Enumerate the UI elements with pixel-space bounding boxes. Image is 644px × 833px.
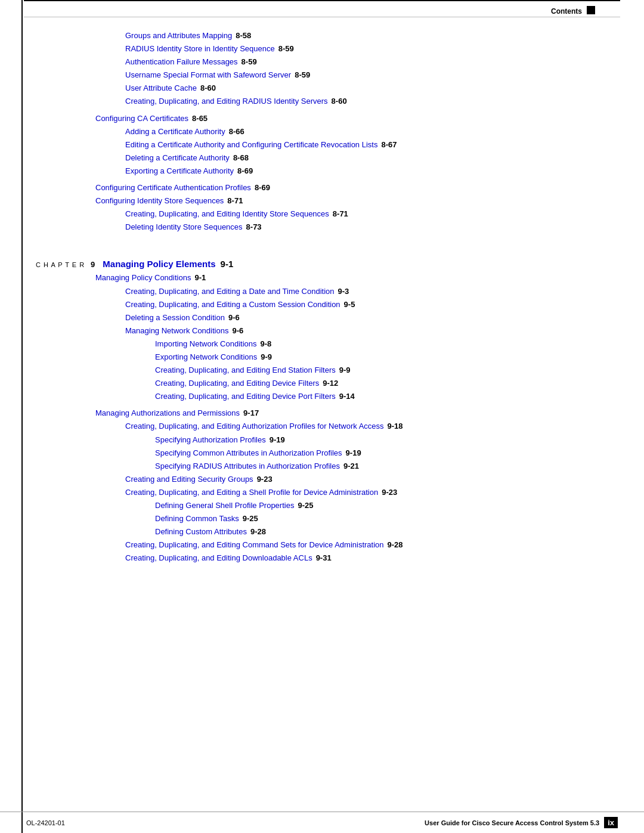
page-number: 8-67 bbox=[381, 138, 397, 151]
page-number: 9-1 bbox=[194, 271, 206, 284]
list-item: Authentication Failure Messages 8-59 bbox=[36, 55, 608, 69]
page-number: 8-65 bbox=[192, 112, 208, 125]
page-number: 9-14 bbox=[339, 390, 355, 403]
toc-link[interactable]: Creating, Duplicating, and Editing a She… bbox=[125, 486, 378, 499]
list-item: Creating, Duplicating, and Editing Downl… bbox=[36, 552, 608, 565]
page-number: 9-21 bbox=[343, 460, 359, 473]
toc-link[interactable]: Specifying Authorization Profiles bbox=[155, 433, 266, 447]
toc-link[interactable]: Defining Common Tasks bbox=[155, 512, 239, 525]
toc-link[interactable]: Creating, Duplicating, and Editing Comma… bbox=[125, 538, 384, 552]
toc-link[interactable]: Username Special Format with Safeword Se… bbox=[125, 69, 291, 82]
toc-link[interactable]: Managing Policy Conditions bbox=[95, 271, 191, 284]
list-item: Creating, Duplicating, and Editing a Dat… bbox=[36, 285, 608, 298]
list-item: Adding a Certificate Authority 8-66 bbox=[36, 125, 608, 138]
page-number: 9-25 bbox=[298, 499, 313, 512]
page-number: 9-9 bbox=[339, 364, 351, 377]
page-number: 9-6 bbox=[232, 324, 243, 337]
list-item: Configuring Identity Store Sequences 8-7… bbox=[36, 194, 608, 208]
list-item: Defining General Shell Profile Propertie… bbox=[36, 499, 608, 512]
toc-link[interactable]: Creating, Duplicating, and Editing Autho… bbox=[125, 420, 384, 433]
toc-content: Groups and Attributes Mapping 8-58 RADIU… bbox=[0, 17, 644, 600]
chapter-label: C H A P T E R bbox=[36, 261, 85, 268]
header-contents-label: Contents bbox=[551, 7, 582, 16]
list-item: Username Special Format with Safeword Se… bbox=[36, 69, 608, 82]
chapter-title-link[interactable]: Managing Policy Elements bbox=[103, 259, 215, 269]
list-item: Configuring CA Certificates 8-65 bbox=[36, 112, 608, 125]
page-number: 9-12 bbox=[323, 377, 338, 390]
page-number: 9-28 bbox=[250, 525, 266, 538]
toc-link[interactable]: Adding a Certificate Authority bbox=[125, 125, 225, 138]
toc-link[interactable]: Authentication Failure Messages bbox=[125, 55, 238, 69]
toc-link[interactable]: Defining Custom Attributes bbox=[155, 525, 247, 538]
toc-link[interactable]: RADIUS Identity Store in Identity Sequen… bbox=[125, 42, 275, 55]
page-number: 8-59 bbox=[278, 42, 294, 55]
toc-section-entries: Groups and Attributes Mapping 8-58 RADIU… bbox=[36, 29, 608, 234]
header-right-block bbox=[587, 6, 595, 14]
page-number: 8-68 bbox=[233, 151, 249, 165]
list-item: Configuring Certificate Authentication P… bbox=[36, 181, 608, 194]
header-top-rule bbox=[24, 0, 620, 1]
list-item: Deleting Identity Store Sequences 8-73 bbox=[36, 221, 608, 234]
page-header: Contents bbox=[24, 4, 620, 17]
list-item: Creating, Duplicating, and Editing Devic… bbox=[36, 390, 608, 403]
toc-link[interactable]: Configuring Certificate Authentication P… bbox=[95, 181, 251, 194]
toc-link[interactable]: Exporting Network Conditions bbox=[155, 351, 257, 364]
toc-link[interactable]: Groups and Attributes Mapping bbox=[125, 29, 232, 42]
toc-link[interactable]: Creating, Duplicating, and Editing Ident… bbox=[125, 208, 329, 221]
toc-link[interactable]: Managing Authorizations and Permissions bbox=[95, 407, 240, 420]
list-item: Managing Policy Conditions 9-1 bbox=[36, 271, 608, 284]
footer-page-number: ix bbox=[604, 817, 618, 828]
list-item: User Attribute Cache 8-60 bbox=[36, 82, 608, 95]
page-number: 9-9 bbox=[261, 351, 272, 364]
page-number: 8-73 bbox=[246, 221, 262, 234]
page-number: 9-19 bbox=[346, 447, 361, 460]
page-number: 8-58 bbox=[236, 29, 251, 42]
page-number: 8-71 bbox=[333, 208, 348, 221]
list-item: Specifying RADIUS Attributes in Authoriz… bbox=[36, 460, 608, 473]
page-number: 9-6 bbox=[228, 311, 240, 324]
page-number: 8-69 bbox=[237, 165, 253, 178]
toc-link[interactable]: Exporting a Certificate Authority bbox=[125, 165, 234, 178]
toc-link[interactable]: Creating, Duplicating, and Editing Devic… bbox=[155, 377, 319, 390]
list-item: Managing Authorizations and Permissions … bbox=[36, 407, 608, 420]
page-number: 9-19 bbox=[270, 433, 285, 447]
toc-link[interactable]: Specifying RADIUS Attributes in Authoriz… bbox=[155, 460, 340, 473]
list-item: Specifying Common Attributes in Authoriz… bbox=[36, 447, 608, 460]
list-item: Importing Network Conditions 9-8 bbox=[36, 337, 608, 351]
toc-link[interactable]: Creating, Duplicating, and Editing a Dat… bbox=[125, 285, 335, 298]
toc-link[interactable]: Importing Network Conditions bbox=[155, 337, 257, 351]
page-container: Contents Groups and Attributes Mapping 8… bbox=[0, 0, 644, 833]
list-item: Groups and Attributes Mapping 8-58 bbox=[36, 29, 608, 42]
list-item: Exporting Network Conditions 9-9 bbox=[36, 351, 608, 364]
list-item: Creating, Duplicating, and Editing Devic… bbox=[36, 377, 608, 390]
toc-link[interactable]: Deleting a Session Condition bbox=[125, 311, 225, 324]
list-item: Creating and Editing Security Groups 9-2… bbox=[36, 473, 608, 486]
toc-link[interactable]: Configuring Identity Store Sequences bbox=[95, 194, 224, 208]
toc-link[interactable]: Creating, Duplicating, and Editing Devic… bbox=[155, 390, 336, 403]
section-spacer bbox=[36, 234, 608, 244]
list-item: Creating, Duplicating, and Editing a She… bbox=[36, 486, 608, 499]
toc-link[interactable]: Creating, Duplicating, and Editing RADIU… bbox=[125, 95, 328, 108]
toc-link[interactable]: User Attribute Cache bbox=[125, 82, 197, 95]
page-number: 9-18 bbox=[388, 420, 403, 433]
toc-link[interactable]: Creating and Editing Security Groups bbox=[125, 473, 253, 486]
page-number: 8-66 bbox=[229, 125, 244, 138]
toc-link[interactable]: Creating, Duplicating, and Editing Downl… bbox=[125, 552, 312, 565]
toc-link[interactable]: Editing a Certificate Authority and Conf… bbox=[125, 138, 377, 151]
toc-link[interactable]: Deleting Identity Store Sequences bbox=[125, 221, 243, 234]
page-footer: OL-24201-01 User Guide for Cisco Secure … bbox=[0, 812, 644, 833]
chapter-header-row: C H A P T E R 9 Managing Policy Elements… bbox=[36, 259, 608, 269]
toc-link[interactable]: Configuring CA Certificates bbox=[95, 112, 188, 125]
toc-link[interactable]: Specifying Common Attributes in Authoriz… bbox=[155, 447, 342, 460]
toc-link[interactable]: Creating, Duplicating, and Editing a Cus… bbox=[125, 298, 340, 311]
toc-link[interactable]: Deleting a Certificate Authority bbox=[125, 151, 230, 165]
page-number: 9-28 bbox=[388, 538, 403, 552]
toc-link[interactable]: Defining General Shell Profile Propertie… bbox=[155, 499, 294, 512]
page-number: 8-60 bbox=[200, 82, 216, 95]
toc-link[interactable]: Managing Network Conditions bbox=[125, 324, 228, 337]
toc-link[interactable]: Creating, Duplicating, and Editing End S… bbox=[155, 364, 336, 377]
list-item: Deleting a Certificate Authority 8-68 bbox=[36, 151, 608, 165]
page-number: 9-23 bbox=[257, 473, 273, 486]
list-item: RADIUS Identity Store in Identity Sequen… bbox=[36, 42, 608, 55]
chapter-number: 9 bbox=[91, 260, 95, 269]
